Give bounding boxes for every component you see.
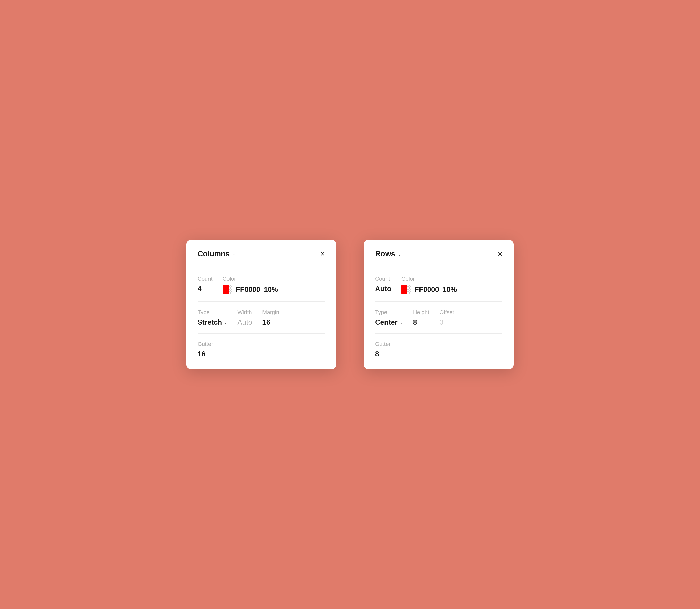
rows-count-color-row: Count Auto Color FF0000 10% bbox=[375, 276, 502, 294]
rows-type-height-offset-group: Type Center ⌄ Height 8 Offset 0 bbox=[375, 309, 502, 326]
rows-type-chevron-icon: ⌄ bbox=[400, 320, 403, 325]
columns-width-label: Width bbox=[237, 309, 252, 316]
columns-divider-2 bbox=[198, 333, 325, 334]
rows-panel: Rows ⌄ × Count Auto Color bbox=[364, 240, 514, 369]
columns-count-field: Count 4 bbox=[198, 276, 213, 293]
rows-color-field: Color FF0000 10% bbox=[401, 276, 457, 294]
columns-type-chevron-icon: ⌄ bbox=[224, 320, 227, 325]
rows-title-row: Rows ⌄ bbox=[375, 249, 401, 258]
columns-panel-header: Columns ⌄ × bbox=[186, 240, 336, 266]
columns-gutter-label: Gutter bbox=[198, 341, 325, 347]
rows-height-label: Height bbox=[413, 309, 429, 316]
rows-color-swatch-checker bbox=[407, 285, 411, 294]
rows-type-height-offset-row: Type Center ⌄ Height 8 Offset 0 bbox=[375, 309, 502, 326]
columns-close-button[interactable]: × bbox=[320, 250, 325, 258]
rows-color-swatch-solid bbox=[401, 285, 407, 294]
columns-type-value: Stretch bbox=[198, 318, 222, 326]
rows-count-field: Count Auto bbox=[375, 276, 391, 293]
rows-count-color-group: Count Auto Color FF0000 10% bbox=[375, 276, 502, 294]
columns-gutter-section: Gutter 16 bbox=[198, 341, 325, 358]
columns-margin-label: Margin bbox=[262, 309, 279, 316]
rows-height-value[interactable]: 8 bbox=[413, 318, 429, 326]
columns-type-width-margin-group: Type Stretch ⌄ Width Auto Margin 16 bbox=[198, 309, 325, 326]
rows-gutter-section: Gutter 8 bbox=[375, 341, 502, 358]
columns-title-row: Columns ⌄ bbox=[198, 249, 236, 258]
columns-width-value[interactable]: Auto bbox=[237, 318, 252, 326]
columns-type-label: Type bbox=[198, 309, 227, 316]
columns-chevron-icon[interactable]: ⌄ bbox=[232, 251, 236, 257]
rows-chevron-icon[interactable]: ⌄ bbox=[398, 251, 401, 257]
columns-color-swatch[interactable] bbox=[223, 285, 232, 294]
rows-color-opacity[interactable]: 10% bbox=[443, 285, 457, 294]
columns-panel-body: Count 4 Color FF0000 10% bbox=[186, 266, 336, 369]
columns-panel: Columns ⌄ × Count 4 Color bbox=[186, 240, 336, 369]
rows-offset-label: Offset bbox=[439, 309, 454, 316]
columns-color-hex[interactable]: FF0000 bbox=[236, 285, 261, 294]
rows-panel-header: Rows ⌄ × bbox=[364, 240, 514, 266]
columns-count-value[interactable]: 4 bbox=[198, 285, 213, 293]
columns-type-dropdown[interactable]: Stretch ⌄ bbox=[198, 318, 227, 326]
rows-divider-1 bbox=[375, 301, 502, 302]
rows-type-label: Type bbox=[375, 309, 403, 316]
columns-color-opacity[interactable]: 10% bbox=[264, 285, 278, 294]
rows-type-field: Type Center ⌄ bbox=[375, 309, 403, 326]
rows-color-label: Color bbox=[401, 276, 457, 282]
columns-type-width-margin-row: Type Stretch ⌄ Width Auto Margin 16 bbox=[198, 309, 325, 326]
rows-height-field: Height 8 bbox=[413, 309, 429, 326]
columns-width-field: Width Auto bbox=[237, 309, 252, 326]
rows-panel-title: Rows bbox=[375, 249, 395, 258]
panels-container: Columns ⌄ × Count 4 Color bbox=[186, 240, 514, 369]
columns-margin-value[interactable]: 16 bbox=[262, 318, 279, 326]
columns-color-field: Color FF0000 10% bbox=[223, 276, 278, 294]
rows-color-swatch[interactable] bbox=[401, 285, 411, 294]
columns-margin-field: Margin 16 bbox=[262, 309, 279, 326]
columns-count-color-row: Count 4 Color FF0000 10% bbox=[198, 276, 325, 294]
columns-divider-1 bbox=[198, 301, 325, 302]
rows-count-value[interactable]: Auto bbox=[375, 285, 391, 293]
columns-gutter-value[interactable]: 16 bbox=[198, 350, 325, 358]
rows-offset-field: Offset 0 bbox=[439, 309, 454, 326]
columns-count-color-group: Count 4 Color FF0000 10% bbox=[198, 276, 325, 294]
rows-panel-body: Count Auto Color FF0000 10% bbox=[364, 266, 514, 369]
rows-type-dropdown[interactable]: Center ⌄ bbox=[375, 318, 403, 326]
rows-color-hex[interactable]: FF0000 bbox=[415, 285, 439, 294]
columns-color-swatch-solid bbox=[223, 285, 229, 294]
columns-color-swatch-checker bbox=[229, 285, 232, 294]
columns-color-value-row: FF0000 10% bbox=[223, 285, 278, 294]
rows-count-label: Count bbox=[375, 276, 391, 282]
rows-close-button[interactable]: × bbox=[498, 250, 502, 258]
rows-color-value-row: FF0000 10% bbox=[401, 285, 457, 294]
rows-gutter-value[interactable]: 8 bbox=[375, 350, 502, 358]
rows-gutter-label: Gutter bbox=[375, 341, 502, 347]
rows-type-value: Center bbox=[375, 318, 398, 326]
rows-gutter-field: Gutter 8 bbox=[375, 341, 502, 358]
columns-color-label: Color bbox=[223, 276, 278, 282]
columns-panel-title: Columns bbox=[198, 249, 230, 258]
columns-gutter-field: Gutter 16 bbox=[198, 341, 325, 358]
rows-divider-2 bbox=[375, 333, 502, 334]
rows-offset-value[interactable]: 0 bbox=[439, 318, 454, 326]
columns-count-label: Count bbox=[198, 276, 213, 282]
columns-type-field: Type Stretch ⌄ bbox=[198, 309, 227, 326]
